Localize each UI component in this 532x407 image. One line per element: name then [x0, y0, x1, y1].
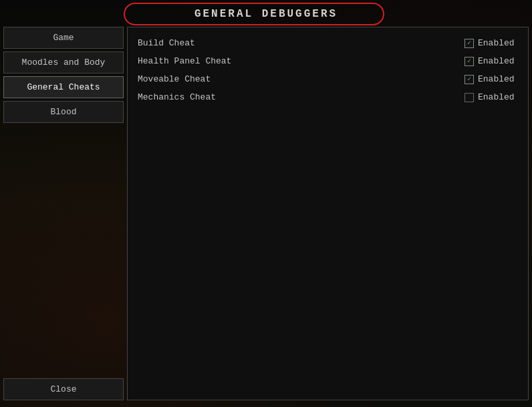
sidebar-spacer: [3, 126, 124, 369]
cheat-label-moveable: Moveable Cheat: [138, 74, 464, 84]
cheat-row-moveable: Moveable Cheat Enabled: [138, 70, 518, 88]
sidebar-item-general-cheats[interactable]: General Cheats: [3, 76, 124, 98]
content-area: Game Moodles and Body General Cheats Blo…: [0, 27, 532, 407]
cheat-toggle-moveable: Enabled: [464, 74, 518, 84]
enabled-label-moveable: Enabled: [478, 74, 518, 84]
checkbox-moveable[interactable]: [464, 75, 474, 84]
cheat-label-build: Build Cheat: [138, 38, 464, 48]
cheat-row-mechanics: Mechanics Cheat Enabled: [138, 88, 518, 106]
cheat-toggle-mechanics: Enabled: [464, 92, 518, 102]
checkbox-build[interactable]: [464, 39, 474, 48]
close-button[interactable]: Close: [3, 378, 124, 400]
page-title: GENERAL DEBUGGERS: [0, 0, 532, 27]
cheat-toggle-health: Enabled: [464, 56, 518, 66]
enabled-label-health: Enabled: [478, 56, 518, 66]
sidebar-item-game[interactable]: Game: [3, 27, 124, 49]
sidebar-item-moodles[interactable]: Moodles and Body: [3, 51, 124, 74]
cheat-toggle-build: Enabled: [464, 38, 518, 48]
checkbox-mechanics[interactable]: [464, 93, 474, 102]
sidebar-item-blood[interactable]: Blood: [3, 101, 124, 123]
enabled-label-mechanics: Enabled: [478, 92, 518, 102]
right-panel: Build Cheat Enabled Health Panel Cheat E…: [127, 27, 529, 400]
cheat-label-mechanics: Mechanics Cheat: [138, 92, 464, 102]
cheat-row-health: Health Panel Cheat Enabled: [138, 52, 518, 70]
checkbox-health[interactable]: [464, 57, 474, 66]
enabled-label-build: Enabled: [478, 38, 518, 48]
main-container: GENERAL DEBUGGERS Game Moodles and Body …: [0, 0, 532, 407]
sidebar: Game Moodles and Body General Cheats Blo…: [0, 27, 127, 400]
cheat-label-health: Health Panel Cheat: [138, 56, 464, 66]
cheat-row-build: Build Cheat Enabled: [138, 34, 518, 52]
